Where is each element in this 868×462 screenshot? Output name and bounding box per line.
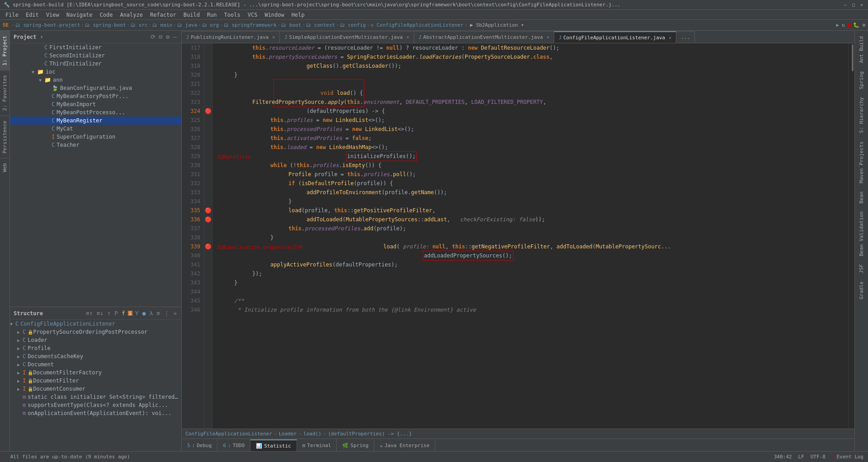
struct-dots[interactable]: »: [172, 310, 178, 317]
right-panel-shierarchy[interactable]: S: Hierarchy: [857, 93, 866, 136]
bc-org[interactable]: 🗂 org: [202, 22, 219, 28]
tree-item-thirdinitializer[interactable]: C ThirdInitializer: [10, 60, 181, 68]
menu-build[interactable]: Build: [180, 11, 203, 19]
bc-src[interactable]: 🗂 src: [131, 22, 148, 28]
struct-item-propertysource[interactable]: ▶ C 🔒 PropertySourceOrderingPostProcesso…: [10, 328, 181, 336]
struct-item-documentfilter[interactable]: ▶ I 🔒 DocumentFilter: [10, 377, 181, 385]
struct-sort2[interactable]: ≡↓: [96, 310, 105, 317]
toolbar-stop-btn[interactable]: ■: [848, 22, 851, 28]
right-panel-spring[interactable]: Spring: [857, 68, 866, 93]
struct-align[interactable]: ≡: [156, 310, 161, 317]
right-panel-gradle[interactable]: Gradle: [857, 278, 866, 303]
menu-tools[interactable]: Tools: [221, 11, 244, 19]
struct-item-supportsevent[interactable]: m supportsEventType(Class<? extends Appl…: [10, 401, 181, 409]
tree-item-teacher[interactable]: C Teacher: [10, 141, 181, 149]
tree-item-mybeanpost[interactable]: C MyBeanPostProcesso...: [10, 108, 181, 117]
project-settings-btn[interactable]: ⚙: [165, 33, 170, 40]
window-controls[interactable]: — □ ✕: [843, 2, 864, 8]
struct-circle[interactable]: ●: [142, 310, 147, 317]
bc-java[interactable]: 🗂 java: [177, 22, 197, 28]
struct-sort1[interactable]: ≡↑: [85, 310, 94, 317]
tree-item-mybeanregister[interactable]: C MyBeanRegister: [10, 117, 181, 125]
tree-item-beanconfiguration[interactable]: 🍃 BeanConfiguration.java: [10, 84, 181, 92]
bottom-tab-statistic[interactable]: 📊 Statistic: [250, 439, 297, 451]
tree-item-superconfiguration[interactable]: I SuperConfiguration: [10, 133, 181, 141]
struct-item-profile[interactable]: ▶ C Profile: [10, 344, 181, 352]
status-eventlog[interactable]: ⚠ Event Log: [829, 452, 866, 462]
tab-simpleappeventmulticaster[interactable]: J SimpleApplicationEventMulticaster.java…: [280, 31, 414, 43]
bc-main[interactable]: 🗂 main: [152, 22, 172, 28]
toolbar-update-btn[interactable]: ↻: [842, 22, 845, 28]
struct-more[interactable]: ⋮: [163, 310, 170, 317]
toolbar-debug-btn[interactable]: 🐛: [853, 22, 859, 28]
bottom-tab-debug[interactable]: 5: Debug: [182, 439, 217, 451]
struct-item-document[interactable]: ▶ C Document: [10, 360, 181, 369]
tree-item-mycat[interactable]: C MyCat: [10, 125, 181, 133]
right-panel-antbuild[interactable]: Ant Build: [857, 33, 866, 67]
tab-configfileapplicationlistener[interactable]: J ConfigFileApplicationListener.java ×: [554, 31, 676, 43]
bottom-tab-spring[interactable]: 🌿 Spring: [337, 439, 374, 451]
right-panel-beanvalidation[interactable]: Bean Validation: [857, 208, 866, 260]
tab-publishingrunlistener[interactable]: J PublishingRunListener.java ×: [182, 31, 280, 43]
tab-close-3[interactable]: ×: [669, 35, 671, 40]
struct-item-documentconsumer[interactable]: ▶ I 🔒 DocumentConsumer: [10, 385, 181, 393]
code-content[interactable]: this.resourceLoader = (resourceLoader !=…: [212, 43, 848, 429]
menu-view[interactable]: View: [42, 11, 63, 19]
menu-help[interactable]: Help: [288, 11, 308, 19]
bc-boot[interactable]: 🗂 boot: [281, 22, 301, 28]
right-panel-bean[interactable]: Bean: [857, 188, 866, 207]
struct-item-loader[interactable]: ▶ C Loader: [10, 336, 181, 344]
bc-spring-boot-project[interactable]: 🗂 spring-boot-project: [15, 22, 80, 28]
menu-edit[interactable]: Edit: [22, 11, 42, 19]
toolbar-run-btn[interactable]: ▶: [836, 22, 840, 28]
right-panel-jsf[interactable]: JSF: [857, 261, 866, 277]
project-sync-btn[interactable]: ⟳: [150, 33, 156, 40]
struct-item-documentscachekey[interactable]: ▶ C DocumentsCacheKey: [10, 352, 181, 360]
project-dropdown-icon[interactable]: ▾: [40, 34, 43, 40]
struct-item-onapplication[interactable]: m onApplicationEvent(ApplicationEvent): …: [10, 409, 181, 417]
tab-more[interactable]: ...: [676, 31, 695, 43]
struct-item-static[interactable]: m static class initializer Set<String> f…: [10, 393, 181, 401]
tab-close-2[interactable]: ×: [547, 35, 549, 40]
menu-code[interactable]: Code: [96, 11, 117, 19]
tree-item-mybeanfactory[interactable]: C MyBeanFactoryPostPr...: [10, 92, 181, 100]
status-lineending[interactable]: LF: [795, 452, 807, 462]
ed-bc-load[interactable]: load(): [303, 431, 321, 437]
struct-f[interactable]: f: [121, 310, 126, 317]
struct-up[interactable]: ↑: [106, 310, 112, 317]
bottom-tab-javaenterprise[interactable]: ☕ Java Enterprise: [374, 439, 435, 451]
scrollbar[interactable]: [848, 43, 854, 429]
bottom-tab-todo[interactable]: 6: TODO: [217, 439, 250, 451]
struct-y[interactable]: Y: [134, 310, 140, 317]
bc-context[interactable]: 🗂 context: [306, 22, 335, 28]
bc-run-config[interactable]: ▶ Sb2Application ▾: [470, 22, 524, 28]
menu-window[interactable]: Window: [261, 11, 288, 19]
scroll-thumb[interactable]: [852, 44, 854, 71]
side-tab-favorites[interactable]: 2: Favorites: [0, 70, 9, 115]
menu-file[interactable]: File: [2, 11, 22, 19]
tab-close-0[interactable]: ×: [272, 35, 275, 40]
menu-analyze[interactable]: Analyze: [116, 11, 146, 19]
menu-navigate[interactable]: Navigate: [63, 11, 96, 19]
code-editor[interactable]: 317 318 319 320 321 322 323 324 325 326 …: [182, 43, 854, 429]
bc-config[interactable]: 🗂 config: [340, 22, 366, 28]
struct-root[interactable]: ▼ C ConfigFileApplicationListener: [10, 320, 181, 328]
tab-abstractappeventmulticaster[interactable]: J AbstractApplicationEventMulticaster.ja…: [414, 31, 554, 43]
maximize-btn[interactable]: □: [851, 2, 856, 8]
status-encoding[interactable]: UTF-8: [808, 452, 828, 462]
status-position[interactable]: 340:42: [771, 452, 795, 462]
ed-bc-configfile[interactable]: ConfigFileApplicationListener: [185, 431, 272, 437]
tab-close-1[interactable]: ×: [406, 35, 409, 40]
bottom-tab-terminal[interactable]: ⊟ Terminal: [297, 439, 337, 451]
tree-item-ann[interactable]: ▼ 📁 ann: [10, 76, 181, 84]
close-btn[interactable]: ✕: [859, 2, 864, 8]
tree-item-ioc[interactable]: ▼ 📁 ioc: [10, 68, 181, 76]
struct-i[interactable]: i: [128, 311, 132, 316]
menu-vcs[interactable]: VCS: [244, 11, 261, 19]
project-collapse-btn[interactable]: ⊟: [158, 33, 164, 40]
ed-bc-loader[interactable]: Loader: [279, 431, 297, 437]
status-message[interactable]: All files are up-to-date (9 minutes ago): [8, 452, 133, 462]
side-tab-web[interactable]: Web: [0, 158, 9, 177]
minimize-btn[interactable]: —: [843, 2, 848, 8]
bc-springframework[interactable]: 🗂 springframework: [224, 22, 277, 28]
